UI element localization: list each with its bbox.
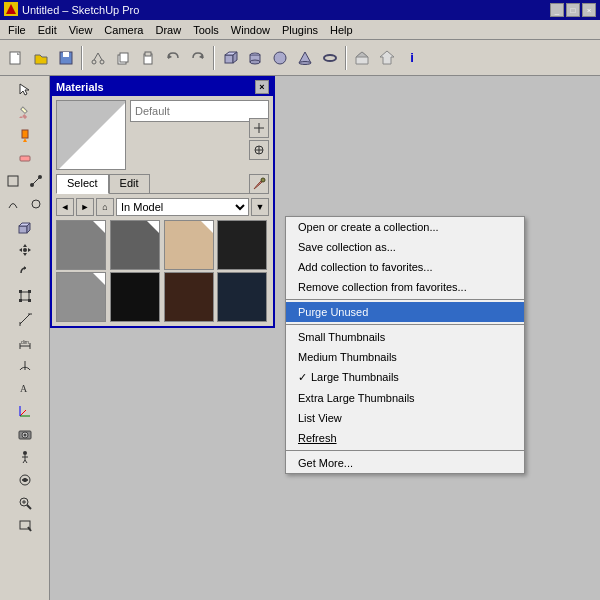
toolbar-copy[interactable] [111,46,135,70]
thumbnail-3[interactable] [217,220,267,270]
collection-dropdown[interactable]: In Model [116,198,249,216]
svg-point-22 [274,52,286,64]
tool-rotate[interactable] [14,262,36,284]
ctx-remove-favorites[interactable]: Remove collection from favorites... [286,277,524,297]
thumbnail-2[interactable] [164,220,214,270]
tool-eraser[interactable] [14,147,36,169]
menu-plugins[interactable]: Plugins [276,22,324,38]
toolbar-torus[interactable] [318,46,342,70]
tool-protractor[interactable] [14,354,36,376]
toolbar-house1[interactable] [350,46,374,70]
toolbar-cylinder[interactable] [243,46,267,70]
tool-move[interactable] [14,239,36,261]
toolbar-undo[interactable] [161,46,185,70]
minimize-button[interactable]: _ [550,3,564,17]
toolbar-sep2 [213,46,215,70]
tool-zoom-window[interactable] [14,515,36,537]
preview-area [56,100,269,170]
tab-select[interactable]: Select [56,174,109,194]
toolbar-paste[interactable] [136,46,160,70]
toolbar-new[interactable] [4,46,28,70]
sample-material-button[interactable] [249,140,269,160]
menu-tools[interactable]: Tools [187,22,225,38]
svg-marker-15 [199,54,203,59]
toolbar-info[interactable]: i [400,46,424,70]
svg-rect-50 [21,292,29,300]
panel-close-button[interactable]: × [255,80,269,94]
svg-rect-5 [63,52,69,57]
nav-forward[interactable]: ► [76,198,94,216]
tool-line[interactable] [25,170,47,192]
tool-text[interactable]: A [14,377,36,399]
ctx-medium-thumbnails[interactable]: Medium Thumbnails [286,347,524,367]
ctx-large-thumbnails[interactable]: Large Thumbnails [286,367,524,388]
toolbar-cut[interactable] [86,46,110,70]
svg-point-88 [261,178,265,182]
create-material-button[interactable] [249,118,269,138]
svg-line-78 [27,505,31,509]
menu-camera[interactable]: Camera [98,22,149,38]
tool-pencil[interactable] [14,101,36,123]
nav-options[interactable]: ▼ [251,198,269,216]
tab-edit[interactable]: Edit [109,174,150,194]
close-button[interactable]: × [582,3,596,17]
tool-arc[interactable] [2,193,24,215]
ctx-save-collection[interactable]: Save collection as... [286,237,524,257]
toolbar-open[interactable] [29,46,53,70]
app-icon [4,2,18,18]
toolbar-house2[interactable] [375,46,399,70]
toolbar-cone[interactable] [293,46,317,70]
paintbrush-button[interactable] [249,174,269,194]
tool-select[interactable] [14,78,36,100]
toolbar-sep1 [81,46,83,70]
tool-rect[interactable] [2,170,24,192]
toolbar-redo[interactable] [186,46,210,70]
thumbnail-6[interactable] [164,272,214,322]
menu-window[interactable]: Window [225,22,276,38]
toolbar-save[interactable] [54,46,78,70]
svg-point-24 [299,61,311,64]
thumbnail-5[interactable] [110,272,160,322]
tool-scale[interactable] [14,285,36,307]
nav-back[interactable]: ◄ [56,198,74,216]
svg-point-40 [32,200,40,208]
thumbnail-1[interactable] [110,220,160,270]
nav-home[interactable]: ⌂ [96,198,114,216]
toolbar-box[interactable] [218,46,242,70]
svg-rect-33 [22,130,28,138]
tool-walk[interactable] [14,446,36,468]
svg-marker-47 [28,248,31,252]
ctx-extra-large-thumbnails[interactable]: Extra Large Thumbnails [286,388,524,408]
svg-rect-13 [145,52,151,56]
tool-circle[interactable] [25,193,47,215]
left-toolbar: dim A [0,76,50,600]
tool-axes[interactable] [14,400,36,422]
tool-dimension[interactable]: dim [14,331,36,353]
tool-zoom[interactable] [14,492,36,514]
ctx-list-view[interactable]: List View [286,408,524,428]
tool-paint[interactable] [14,124,36,146]
tool-push-pull[interactable] [14,216,36,238]
ctx-open-collection[interactable]: Open or create a collection... [286,217,524,237]
menu-edit[interactable]: Edit [32,22,63,38]
menu-file[interactable]: File [2,22,32,38]
ctx-add-favorites[interactable]: Add collection to favorites... [286,257,524,277]
ctx-refresh[interactable]: Refresh [286,428,524,448]
ctx-purge-unused[interactable]: Purge Unused [286,302,524,322]
thumbnail-0[interactable] [56,220,106,270]
tool-camera[interactable] [14,423,36,445]
menu-view[interactable]: View [63,22,99,38]
maximize-button[interactable]: □ [566,3,580,17]
toolbar-sphere[interactable] [268,46,292,70]
tool-tape[interactable] [14,308,36,330]
thumbnail-4[interactable] [56,272,106,322]
panel-title: Materials [56,81,104,93]
ctx-small-thumbnails[interactable]: Small Thumbnails [286,327,524,347]
menu-help[interactable]: Help [324,22,359,38]
tool-look-around[interactable] [14,469,36,491]
thumbnail-7[interactable] [217,272,267,322]
menu-draw[interactable]: Draw [149,22,187,38]
panel-titlebar: Materials × [52,78,273,96]
thumb-corner-1 [147,221,159,233]
ctx-get-more[interactable]: Get More... [286,453,524,473]
